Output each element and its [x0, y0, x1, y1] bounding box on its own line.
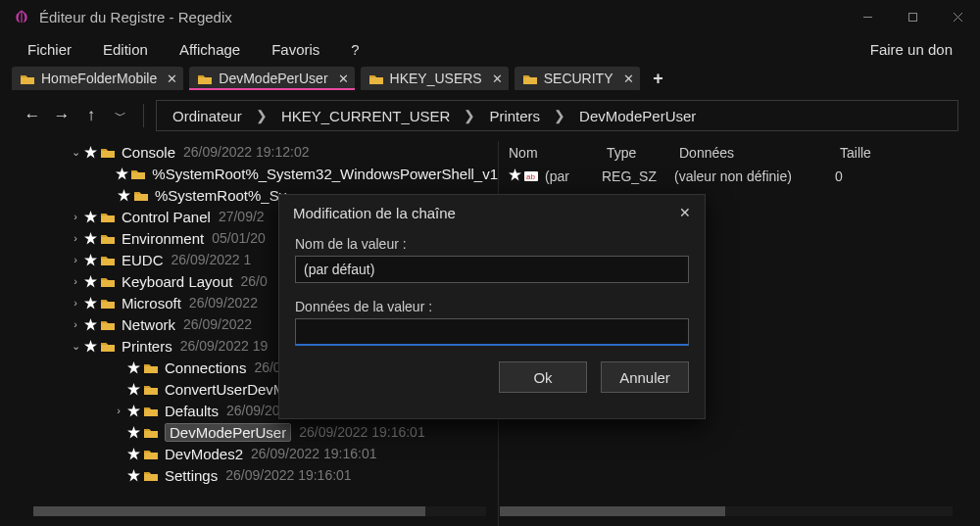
- cancel-button[interactable]: Annuler: [601, 361, 689, 393]
- star-icon[interactable]: [125, 383, 141, 396]
- tab-close-button[interactable]: ✕: [492, 72, 503, 86]
- expand-toggle-icon[interactable]: [112, 448, 125, 459]
- star-icon[interactable]: [125, 361, 141, 374]
- values-header: Nom Type Données Taille: [499, 141, 968, 165]
- tree-item-label: ConvertUserDevMo: [165, 381, 294, 398]
- tree-hscrollbar[interactable]: [33, 506, 486, 516]
- folder-icon: [100, 297, 116, 310]
- star-icon[interactable]: [125, 426, 141, 439]
- maximize-button[interactable]: [890, 0, 935, 33]
- star-icon[interactable]: [82, 297, 98, 310]
- expand-toggle-icon[interactable]: [102, 189, 116, 201]
- tab-label: SECURITY: [544, 71, 613, 86]
- menu-file[interactable]: Fichier: [12, 37, 87, 62]
- expand-toggle-icon[interactable]: ›: [69, 318, 82, 330]
- expand-toggle-icon[interactable]: ⌄: [69, 340, 82, 353]
- values-hscrollbar[interactable]: [500, 506, 953, 516]
- tab-homefoldermobile[interactable]: HomeFolderMobile✕: [12, 67, 183, 90]
- tab-security[interactable]: SECURITY✕: [514, 67, 640, 90]
- close-button[interactable]: [935, 0, 980, 33]
- star-icon[interactable]: [82, 254, 98, 266]
- star-icon[interactable]: [125, 469, 141, 482]
- tree-item-label: EUDC: [122, 252, 164, 268]
- expand-toggle-icon[interactable]: [112, 361, 125, 373]
- col-data[interactable]: Données: [679, 145, 840, 161]
- folder-icon: [100, 318, 116, 331]
- expand-toggle-icon[interactable]: ›: [69, 254, 82, 265]
- menu-view[interactable]: Affichage: [164, 37, 256, 62]
- expand-toggle-icon[interactable]: ›: [69, 211, 82, 222]
- expand-toggle-icon[interactable]: ›: [69, 297, 82, 309]
- folder-icon: [130, 167, 146, 180]
- tree-item[interactable]: DevModes226/09/2022 19:16:01: [12, 443, 498, 464]
- tree-item[interactable]: ⌄Console26/09/2022 19:12:02: [12, 141, 498, 163]
- breadcrumb-bar[interactable]: Ordinateur❯HKEY_CURRENT_USER❯Printers❯De…: [156, 100, 958, 131]
- expand-toggle-icon[interactable]: ›: [112, 405, 125, 416]
- value-data: (valeur non définie): [674, 168, 835, 184]
- col-type[interactable]: Type: [607, 145, 679, 161]
- chevron-right-icon: ❯: [252, 108, 271, 123]
- value-data-input[interactable]: [295, 318, 689, 346]
- breadcrumb-item[interactable]: HKEY_CURRENT_USER: [277, 106, 455, 126]
- folder-icon: [143, 448, 159, 460]
- tab-close-button[interactable]: ✕: [167, 72, 177, 86]
- dialog-close-button[interactable]: ✕: [679, 205, 691, 220]
- tree-item-label: Printers: [122, 338, 172, 355]
- menu-help[interactable]: ?: [335, 37, 374, 62]
- tab-label: HomeFolderMobile: [41, 71, 157, 86]
- star-icon[interactable]: [125, 405, 141, 417]
- breadcrumb-item[interactable]: DevModePerUser: [575, 106, 700, 126]
- new-tab-button[interactable]: +: [646, 69, 665, 89]
- nav-history-button[interactable]: ﹀: [110, 108, 131, 124]
- star-icon[interactable]: [125, 448, 141, 460]
- tree-item[interactable]: Settings26/09/2022 19:16:01: [12, 464, 498, 486]
- col-name[interactable]: Nom: [499, 145, 607, 161]
- menu-favorites[interactable]: Favoris: [256, 37, 335, 62]
- expand-toggle-icon[interactable]: [112, 469, 125, 481]
- expand-toggle-icon[interactable]: ›: [69, 275, 82, 287]
- folder-icon: [143, 405, 159, 417]
- expand-toggle-icon[interactable]: [102, 167, 115, 179]
- tab-close-button[interactable]: ✕: [623, 72, 634, 86]
- tree-item-timestamp: 27/09/2: [219, 209, 265, 224]
- nav-back-button[interactable]: ←: [22, 106, 43, 125]
- value-name-input[interactable]: [295, 256, 689, 283]
- expand-toggle-icon[interactable]: [112, 383, 125, 395]
- expand-toggle-icon[interactable]: ⌄: [69, 146, 82, 159]
- col-size[interactable]: Taille: [840, 145, 968, 161]
- minimize-button[interactable]: [845, 0, 890, 33]
- menu-edit[interactable]: Edition: [87, 37, 164, 62]
- star-icon[interactable]: [82, 340, 98, 353]
- tab-label: HKEY_USERS: [390, 71, 482, 86]
- star-icon[interactable]: [116, 189, 131, 202]
- star-icon[interactable]: [82, 146, 98, 159]
- tree-item-timestamp: 26/09/2022 19:16:01: [251, 446, 376, 461]
- folder-icon: [100, 211, 116, 223]
- folder-icon: [100, 275, 116, 288]
- dialog-title: Modification de la chaîne: [293, 205, 456, 221]
- tab-devmodeperuser[interactable]: DevModePerUser✕: [189, 67, 354, 90]
- tree-item-label: Keyboard Layout: [122, 273, 232, 290]
- breadcrumb-item[interactable]: Printers: [485, 106, 544, 126]
- donate-link[interactable]: Faire un don: [855, 37, 968, 62]
- star-icon[interactable]: [82, 211, 98, 223]
- star-icon[interactable]: [82, 232, 98, 245]
- nav-forward-button[interactable]: →: [51, 106, 73, 125]
- folder-icon: [100, 340, 116, 353]
- value-row[interactable]: ab (par REG_SZ (valeur non définie) 0: [499, 165, 968, 188]
- expand-toggle-icon[interactable]: ›: [69, 232, 82, 244]
- star-icon[interactable]: [82, 275, 98, 288]
- tab-hkey_users[interactable]: HKEY_USERS✕: [361, 67, 509, 90]
- star-icon[interactable]: [115, 167, 129, 180]
- nav-up-button[interactable]: ↑: [80, 106, 102, 125]
- tab-close-button[interactable]: ✕: [338, 72, 349, 86]
- tree-item[interactable]: DevModePerUser26/09/2022 19:16:01: [12, 421, 498, 443]
- ok-button[interactable]: Ok: [499, 361, 587, 393]
- separator: [143, 104, 144, 127]
- breadcrumb-item[interactable]: Ordinateur: [169, 106, 246, 126]
- star-icon[interactable]: [82, 318, 98, 331]
- tree-item[interactable]: %SystemRoot%_System32_WindowsPowerShell_…: [12, 163, 498, 184]
- edit-string-dialog: Modification de la chaîne ✕ Nom de la va…: [278, 194, 706, 419]
- star-icon: [509, 168, 521, 184]
- expand-toggle-icon[interactable]: [112, 426, 125, 438]
